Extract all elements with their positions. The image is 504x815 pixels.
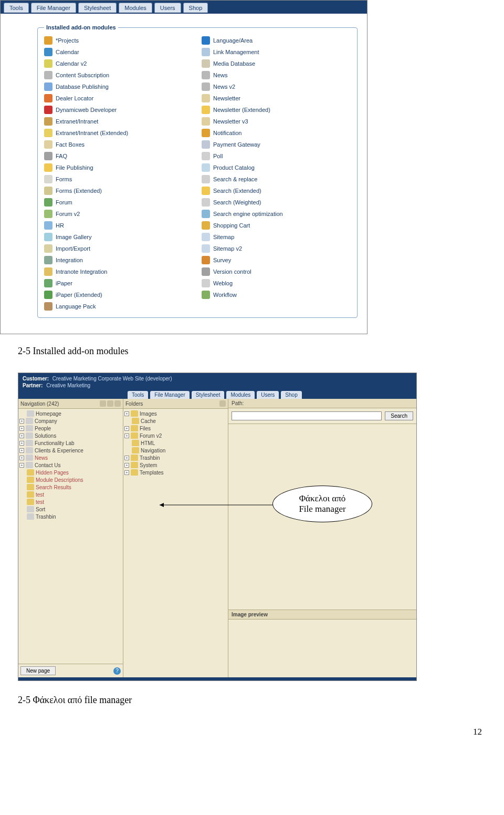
module-item[interactable]: News bbox=[202, 69, 338, 81]
module-item[interactable]: Search & replace bbox=[202, 173, 338, 185]
folder-node[interactable]: HTML bbox=[124, 439, 227, 447]
expand-icon[interactable]: + bbox=[19, 426, 24, 431]
module-item[interactable]: Integration bbox=[44, 254, 181, 266]
module-item[interactable]: Dynamicweb Developer bbox=[44, 104, 181, 116]
module-item[interactable]: iPaper bbox=[44, 277, 181, 289]
menu-tab-users[interactable]: Users bbox=[257, 391, 279, 399]
module-item[interactable]: Product Catalog bbox=[202, 162, 338, 173]
expand-icon[interactable]: + bbox=[19, 463, 24, 468]
module-item[interactable]: Fact Boxes bbox=[44, 139, 181, 150]
tree-node[interactable]: Search Results bbox=[19, 483, 122, 491]
module-item[interactable]: Newsletter bbox=[202, 92, 338, 104]
collapse-icon[interactable] bbox=[219, 400, 226, 407]
module-item[interactable]: Sitemap bbox=[202, 231, 338, 243]
folder-node[interactable]: +Files bbox=[124, 425, 227, 432]
expand-icon[interactable]: + bbox=[124, 434, 129, 438]
module-item[interactable]: *Projects bbox=[44, 35, 181, 46]
module-item[interactable]: Search engine optimization bbox=[202, 208, 338, 220]
menu-tab-file-manager[interactable]: File Manager bbox=[150, 391, 189, 399]
module-item[interactable]: Weblog bbox=[202, 277, 338, 289]
folder-node[interactable]: Navigation bbox=[124, 447, 227, 454]
expand-icon[interactable]: + bbox=[19, 419, 24, 424]
folder-node[interactable]: Cache bbox=[124, 417, 227, 425]
expand-icon[interactable]: + bbox=[124, 411, 129, 416]
module-item[interactable]: FAQ bbox=[44, 150, 181, 162]
module-item[interactable]: Content Subscription bbox=[44, 69, 181, 81]
module-item[interactable]: Calendar v2 bbox=[44, 58, 181, 69]
menu-tab-file-manager[interactable]: File Manager bbox=[31, 3, 76, 13]
module-item[interactable]: Forms bbox=[44, 173, 181, 185]
menu-tab-stylesheet[interactable]: Stylesheet bbox=[78, 3, 117, 13]
refresh-icon[interactable] bbox=[100, 400, 106, 407]
menu-tab-stylesheet[interactable]: Stylesheet bbox=[192, 391, 225, 399]
module-item[interactable]: File Publishing bbox=[44, 162, 181, 173]
module-item[interactable]: Calendar bbox=[44, 46, 181, 58]
module-item[interactable]: Forms (Extended) bbox=[44, 185, 181, 197]
expand-icon[interactable]: + bbox=[124, 426, 129, 431]
module-item[interactable]: Image Gallery bbox=[44, 231, 181, 243]
module-item[interactable]: Payment Gateway bbox=[202, 139, 338, 150]
module-item[interactable]: Search (Extended) bbox=[202, 185, 338, 197]
module-item[interactable]: Database Publishing bbox=[44, 81, 181, 92]
module-item[interactable]: Newsletter v3 bbox=[202, 116, 338, 127]
module-item[interactable]: Search (Weighted) bbox=[202, 197, 338, 208]
module-item[interactable]: Dealer Locator bbox=[44, 92, 181, 104]
tree-node[interactable]: Homepage bbox=[19, 410, 122, 417]
module-item[interactable]: Media Database bbox=[202, 58, 338, 69]
folder-node[interactable]: +Trashbin bbox=[124, 454, 227, 461]
module-item[interactable]: Extranet/Intranet (Extended) bbox=[44, 127, 181, 139]
module-item[interactable]: Language Pack bbox=[44, 301, 181, 312]
expand-icon[interactable]: + bbox=[124, 463, 129, 468]
tree-node[interactable]: +Clients & Experience bbox=[19, 447, 122, 454]
tree-node[interactable]: +People bbox=[19, 425, 122, 432]
module-item[interactable]: Newsletter (Extended) bbox=[202, 104, 338, 116]
tree-node[interactable]: Hidden Pages bbox=[19, 469, 122, 476]
module-item[interactable]: Shopping Cart bbox=[202, 220, 338, 231]
help-icon[interactable]: ? bbox=[113, 667, 121, 675]
expand-icon[interactable]: + bbox=[19, 448, 24, 453]
search-input[interactable] bbox=[232, 411, 382, 420]
module-item[interactable]: iPaper (Extended) bbox=[44, 289, 181, 301]
module-item[interactable]: Survey bbox=[202, 254, 338, 266]
menu-tab-shop[interactable]: Shop bbox=[281, 391, 301, 399]
menu-tab-tools[interactable]: Tools bbox=[128, 391, 148, 399]
tree-node[interactable]: +Company bbox=[19, 417, 122, 425]
tree-node[interactable]: test bbox=[19, 498, 122, 505]
module-item[interactable]: Forum bbox=[44, 197, 181, 208]
folder-node[interactable]: +Images bbox=[124, 410, 227, 417]
tree-node[interactable]: +Contact Us bbox=[19, 461, 122, 469]
module-item[interactable]: Workflow bbox=[202, 289, 338, 301]
module-item[interactable]: Extranet/Intranet bbox=[44, 116, 181, 127]
menu-tab-modules[interactable]: Modules bbox=[119, 3, 152, 13]
expand-icon[interactable]: + bbox=[19, 441, 24, 446]
tree-node[interactable]: +Functionality Lab bbox=[19, 439, 122, 447]
menu-tab-shop[interactable]: Shop bbox=[183, 3, 208, 13]
folder-node[interactable]: +Forum v2 bbox=[124, 432, 227, 439]
module-item[interactable]: Intranote Integration bbox=[44, 266, 181, 277]
tree-node[interactable]: Sort bbox=[19, 505, 122, 513]
module-item[interactable]: Link Management bbox=[202, 46, 338, 58]
folder-node[interactable]: +System bbox=[124, 461, 227, 469]
module-item[interactable]: Notification bbox=[202, 127, 338, 139]
new-page-button[interactable]: New page bbox=[20, 666, 56, 675]
tree-node[interactable]: +News bbox=[19, 454, 122, 461]
module-item[interactable]: Version control bbox=[202, 266, 338, 277]
module-item[interactable]: Sitemap v2 bbox=[202, 243, 338, 254]
module-item[interactable]: Language/Area bbox=[202, 35, 338, 46]
menu-tab-modules[interactable]: Modules bbox=[226, 391, 255, 399]
module-item[interactable]: News v2 bbox=[202, 81, 338, 92]
search-button[interactable]: Search bbox=[385, 411, 413, 420]
module-item[interactable]: Poll bbox=[202, 150, 338, 162]
tree-node[interactable]: +Solutions bbox=[19, 432, 122, 439]
module-item[interactable]: HR bbox=[44, 220, 181, 231]
tree-node[interactable]: test bbox=[19, 491, 122, 498]
tree-node[interactable]: Trashbin bbox=[19, 513, 122, 520]
expand-icon[interactable]: + bbox=[19, 456, 24, 460]
module-item[interactable]: Forum v2 bbox=[44, 208, 181, 220]
collapse-icon[interactable] bbox=[114, 400, 121, 407]
module-item[interactable]: Import/Export bbox=[44, 243, 181, 254]
expand-icon[interactable]: + bbox=[124, 470, 129, 475]
menu-tab-tools[interactable]: Tools bbox=[4, 3, 29, 13]
search-icon[interactable] bbox=[107, 400, 113, 407]
folder-node[interactable]: +Templates bbox=[124, 469, 227, 476]
